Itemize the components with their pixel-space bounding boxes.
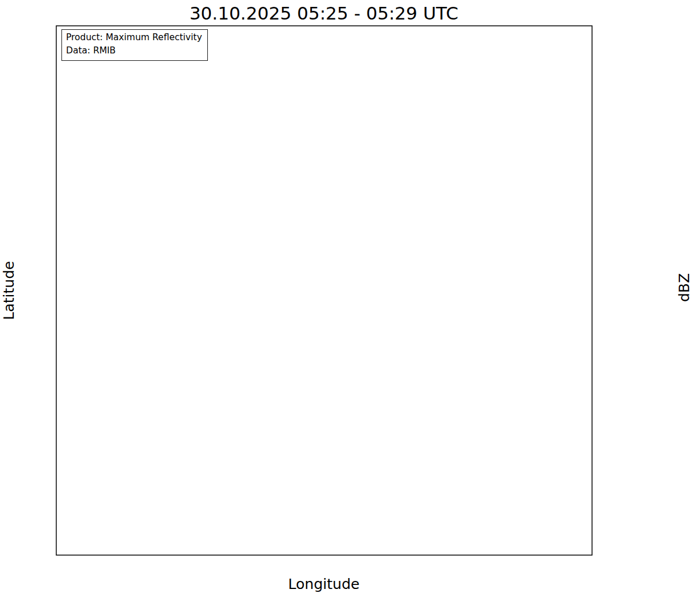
product-line: Product: Maximum Reflectivity bbox=[66, 31, 202, 44]
y-axis-label: Latitude bbox=[1, 261, 17, 320]
plot-frame bbox=[56, 26, 592, 555]
x-axis-label: Longitude bbox=[288, 576, 359, 592]
data-source-line: Data: RMIB bbox=[66, 44, 202, 57]
product-info-box: Product: Maximum Reflectivity Data: RMIB bbox=[61, 29, 208, 61]
figure-title: 30.10.2025 05:25 - 05:29 UTC bbox=[189, 3, 458, 24]
map-plot: 30.10.2025 05:25 - 05:29 UTC Longitude L… bbox=[0, 0, 700, 597]
colorbar-label: dBZ bbox=[676, 273, 693, 302]
radar-reflectivity-figure: 30.10.2025 05:25 - 05:29 UTC Longitude L… bbox=[0, 0, 700, 597]
